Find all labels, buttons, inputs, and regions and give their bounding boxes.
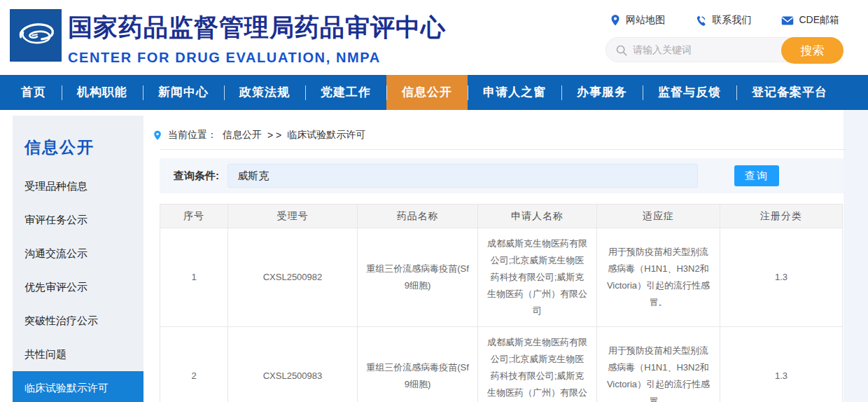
cell-drug-name: 重组三价流感病毒疫苗(Sf9细胞)	[358, 327, 478, 402]
nav-item-3[interactable]: 新闻中心	[143, 75, 224, 110]
breadcrumb-divider	[160, 149, 846, 150]
col-header-category: 注册分类	[720, 205, 843, 228]
sidebar-item-3[interactable]: 沟通交流公示	[13, 237, 144, 270]
col-header-applicant: 申请人名称	[478, 205, 597, 228]
nav-item-10[interactable]: 登记备案平台	[736, 75, 843, 110]
breadcrumb-pin-icon	[153, 130, 162, 141]
cell-applicant: 成都威斯克生物医药有限公司;北京威斯克生物医药科技有限公司;威斯克生物医药（广州…	[478, 228, 597, 327]
cell-category: 1.3	[720, 228, 843, 327]
contact-link[interactable]: 联系我们	[695, 14, 751, 27]
results-table: 序号 受理号 药品名称 申请人名称 适应症 注册分类 1 CXSL2500982…	[160, 204, 843, 402]
quick-links: 网站地图 联系我们 CDE邮箱	[606, 14, 844, 27]
site-subtitle: CENTER FOR DRUG EVALUATION, NMPA	[68, 50, 446, 66]
cell-indication: 用于预防疫苗相关型别流感病毒（H1N1、H3N2和Victoria）引起的流行性…	[597, 228, 720, 327]
cell-drug-name: 重组三价流感病毒疫苗(Sf9细胞)	[358, 228, 478, 327]
nav-item-9[interactable]: 监督与反馈	[643, 75, 736, 110]
nav-item-5[interactable]: 党建工作	[305, 75, 386, 110]
page-right-gutter	[844, 110, 868, 402]
cde-logo[interactable]	[10, 9, 62, 62]
col-header-acceptance-no: 受理号	[228, 205, 358, 228]
cell-seq: 2	[160, 327, 228, 402]
query-label: 查询条件:	[174, 169, 219, 183]
breadcrumb: 当前位置：信息公开 > > 临床试验默示许可	[153, 127, 846, 143]
site-search-input[interactable]	[633, 39, 773, 61]
nav-item-4[interactable]: 政策法规	[224, 75, 305, 110]
site-header: 国家药品监督管理局药品审评中心 CENTER FOR DRUG EVALUATI…	[0, 0, 868, 75]
table-row: 2 CXSL2500983 重组三价流感病毒疫苗(Sf9细胞) 成都威斯克生物医…	[160, 327, 843, 402]
header-right: 网站地图 联系我们 CDE邮箱	[606, 14, 844, 62]
sidebar: 信息公开 受理品种信息审评任务公示沟通交流公示优先审评公示突破性治疗公示共性问题…	[13, 116, 144, 402]
query-button[interactable]: 查询	[734, 165, 779, 186]
site-title: 国家药品监督管理局药品审评中心	[68, 11, 446, 44]
results-table-head: 序号 受理号 药品名称 申请人名称 适应症 注册分类	[160, 205, 843, 228]
breadcrumb-prefix: 当前位置：	[168, 129, 217, 141]
cell-indication: 用于预防疫苗相关型别流感病毒（H1N1、H3N2和Victoria）引起的流行性…	[597, 327, 720, 402]
sidebar-item-1[interactable]: 受理品种信息	[13, 169, 144, 203]
col-header-drug-name: 药品名称	[358, 205, 478, 228]
site-search-bar: 搜索	[606, 37, 844, 62]
breadcrumb-current[interactable]: 临床试验默示许可	[287, 129, 365, 141]
envelope-icon	[781, 15, 794, 26]
cde-mail-link[interactable]: CDE邮箱	[781, 14, 839, 27]
cell-acceptance-no: CXSL2500982	[228, 228, 358, 327]
contact-link-label: 联系我们	[712, 14, 751, 27]
sidebar-title: 信息公开	[13, 116, 144, 169]
cell-category: 1.3	[720, 327, 843, 402]
breadcrumb-separator: > >	[267, 130, 281, 141]
nav-item-1[interactable]: 首页	[6, 75, 62, 110]
breadcrumb-section-link[interactable]: 信息公开	[223, 129, 262, 141]
nav-item-6[interactable]: 信息公开	[386, 75, 468, 110]
cde-mail-link-label: CDE邮箱	[799, 14, 839, 27]
sidebar-item-6[interactable]: 共性问题	[13, 338, 144, 371]
sidebar-item-5[interactable]: 突破性治疗公示	[13, 304, 144, 338]
query-bar: 查询条件: 查询	[160, 158, 844, 193]
sitemap-link-label: 网站地图	[626, 14, 665, 27]
nav-item-2[interactable]: 机构职能	[62, 75, 143, 110]
sidebar-menu: 受理品种信息审评任务公示沟通交流公示优先审评公示突破性治疗公示共性问题临床试验默…	[13, 169, 144, 402]
phone-icon	[695, 15, 707, 27]
main-nav: 首页机构职能新闻中心政策法规党建工作信息公开申请人之窗办事服务监督与反馈登记备案…	[0, 75, 868, 110]
sidebar-item-7[interactable]: 临床试验默示许可	[13, 371, 144, 402]
main-content: 当前位置：信息公开 > > 临床试验默示许可 查询条件: 查询 序号 受理号 药…	[153, 127, 846, 402]
site-title-block: 国家药品监督管理局药品审评中心 CENTER FOR DRUG EVALUATI…	[68, 11, 446, 66]
logo-swirl-icon	[14, 13, 57, 59]
col-header-seq: 序号	[160, 205, 228, 228]
table-row: 1 CXSL2500982 重组三价流感病毒疫苗(Sf9细胞) 成都威斯克生物医…	[160, 228, 843, 327]
location-pin-icon	[610, 14, 621, 27]
query-input[interactable]	[227, 164, 698, 188]
site-search-button[interactable]: 搜索	[781, 37, 844, 64]
table-body: 1 CXSL2500982 重组三价流感病毒疫苗(Sf9细胞) 成都威斯克生物医…	[160, 228, 843, 402]
cell-applicant: 成都威斯克生物医药有限公司;北京威斯克生物医药科技有限公司;威斯克生物医药（广州…	[478, 327, 597, 402]
sidebar-item-2[interactable]: 审评任务公示	[13, 203, 144, 237]
sidebar-item-4[interactable]: 优先审评公示	[13, 270, 144, 304]
cell-acceptance-no: CXSL2500983	[228, 327, 358, 402]
sitemap-link[interactable]: 网站地图	[610, 14, 665, 27]
nav-item-8[interactable]: 办事服务	[561, 75, 643, 110]
nav-item-7[interactable]: 申请人之窗	[468, 75, 561, 110]
search-icon	[615, 44, 628, 60]
cell-seq: 1	[160, 228, 228, 327]
col-header-indication: 适应症	[597, 205, 720, 228]
